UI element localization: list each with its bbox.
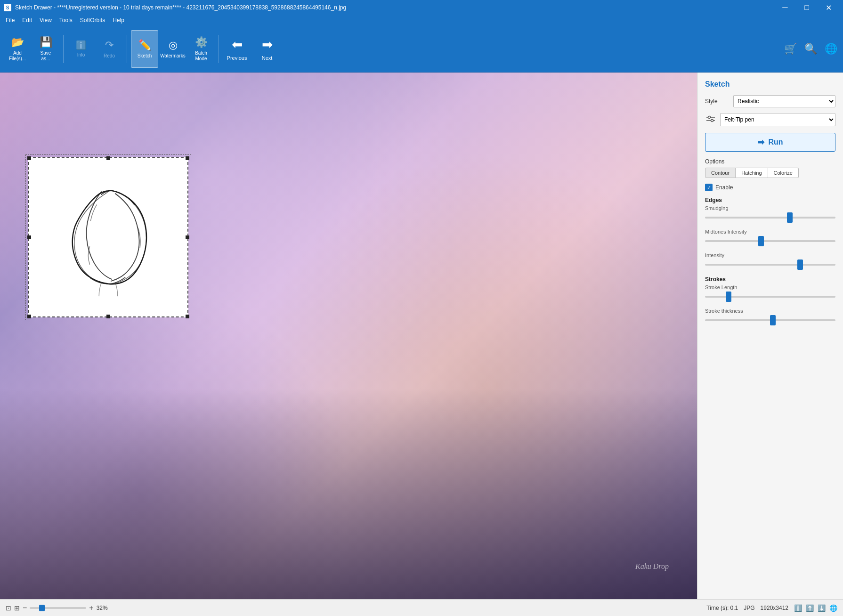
add-file-button[interactable]: 📂 AddFile(s)... [4,30,31,68]
download-status-icon[interactable]: ⬇️ [818,604,826,612]
zoom-value: 32% [97,605,108,611]
menu-tools[interactable]: Tools [56,16,76,24]
zoom-thumb[interactable] [39,605,45,611]
smudging-slider-container: Smudging [705,205,835,222]
canvas-area[interactable]: Kaku Drop [0,73,697,599]
share-status-icon[interactable]: ⬆️ [806,604,814,612]
zoom-plus-button[interactable]: + [89,604,93,612]
batch-mode-icon: ⚙️ [195,36,208,49]
watermarks-icon: ◎ [169,39,178,51]
redo-label: Redo [104,53,115,59]
smudging-slider[interactable] [705,213,835,222]
style-row: Style Realistic Cartoon Pencil [705,95,835,107]
stroke-length-thumb[interactable] [726,292,731,302]
save-as-button[interactable]: 💾 Saveas... [32,30,59,68]
options-label: Options [705,158,835,165]
presets-icon [705,114,716,125]
canvas-watermark: Kaku Drop [635,562,669,571]
presets-select[interactable]: Felt-Tip pen Pencil Sketch Charcoal [720,113,835,126]
intensity-slider-container: Intensity [705,252,835,269]
watermarks-button[interactable]: ◎ Watermarks [159,30,186,68]
handle-bottom-center[interactable] [106,315,110,318]
handle-top-center[interactable] [106,156,110,160]
cart-icon[interactable]: 🛒 [782,41,799,57]
toolbar: 📂 AddFile(s)... 💾 Saveas... ℹ️ Info ↷ Re… [0,25,843,73]
title-bar: S Sketch Drawer - ****Unregistered versi… [0,0,843,15]
toolbar-separator-3 [219,35,219,63]
previous-button[interactable]: ⬅ Previous [223,30,251,68]
handle-bottom-right[interactable] [186,315,189,318]
status-left: ⊡ ⊞ − + 32% [6,604,108,612]
presets-row: Felt-Tip pen Pencil Sketch Charcoal [705,113,835,126]
enable-label: Enable [715,184,733,191]
stroke-thickness-slider[interactable] [705,316,835,325]
intensity-slider[interactable] [705,260,835,269]
right-panel: Sketch Style Realistic Cartoon Pencil [697,73,843,599]
settings-status-icon[interactable]: 🌐 [829,604,837,612]
smudging-thumb[interactable] [787,212,793,223]
sketch-result[interactable] [28,157,188,317]
minimize-button[interactable]: ─ [774,0,796,15]
info-button[interactable]: ℹ️ Info [67,30,95,68]
intensity-label: Intensity [705,252,835,258]
status-bar: ⊡ ⊞ − + 32% Time (s): 0.1 JPG 1920x3412 … [0,599,843,616]
handle-top-left[interactable] [27,156,31,160]
maximize-button[interactable]: □ [796,0,818,15]
tab-colorize[interactable]: Colorize [768,168,799,178]
next-button[interactable]: ➡ Next [253,30,281,68]
batch-mode-button[interactable]: ⚙️ BatchMode [187,30,215,68]
options-tabs: Contour Hatching Colorize [705,168,835,178]
stroke-length-slider[interactable] [705,292,835,301]
midtones-slider[interactable] [705,236,835,246]
add-file-label: AddFile(s)... [9,50,26,62]
title-bar-left: S Sketch Drawer - ****Unregistered versi… [4,4,346,11]
midtones-label: Midtones Intensity [705,229,835,235]
batch-mode-label: BatchMode [195,50,207,62]
menu-edit[interactable]: Edit [18,16,36,24]
title-text: Sketch Drawer - ****Unregistered version… [15,4,346,11]
zoom-minus-button[interactable]: − [23,604,27,612]
svg-point-1 [708,116,711,119]
menu-help[interactable]: Help [109,16,128,24]
zoom-track[interactable] [30,607,86,609]
toolbar-right: 🛒 🔍 🌐 [782,41,839,57]
options-section: Options Contour Hatching Colorize [705,158,835,178]
midtones-thumb[interactable] [758,236,764,246]
tab-contour[interactable]: Contour [705,168,736,178]
menu-file[interactable]: File [2,16,18,24]
next-label: Next [262,55,273,61]
run-arrow-icon: ➡ [757,137,764,147]
enable-checkbox-row: Enable [705,184,835,191]
menu-view[interactable]: View [36,16,56,24]
stroke-thickness-thumb[interactable] [770,315,776,325]
globe-icon[interactable]: 🌐 [823,41,839,57]
redo-button[interactable]: ↷ Redo [96,30,123,68]
add-file-icon: 📂 [11,36,24,49]
tab-hatching[interactable]: Hatching [736,168,768,178]
info-status-icon[interactable]: ℹ️ [794,604,802,612]
time-label: Time (s): [706,605,729,611]
next-icon: ➡ [262,37,273,52]
handle-middle-right[interactable] [186,235,189,239]
menu-bar: File Edit View Tools SoftOrbits Help [0,15,843,25]
enable-checkbox[interactable] [705,184,713,191]
style-select[interactable]: Realistic Cartoon Pencil [733,95,835,107]
handle-top-right[interactable] [186,156,189,160]
style-label: Style [705,98,729,105]
intensity-thumb[interactable] [797,259,803,270]
zoom-window-icon[interactable]: ⊞ [14,604,20,612]
search-icon[interactable]: 🔍 [802,41,819,57]
main-layout: Kaku Drop Sketch Style Realistic Cartoon… [0,73,843,599]
zoom-fit-icon[interactable]: ⊡ [6,604,11,612]
close-button[interactable]: ✕ [818,0,839,15]
menu-softorbits[interactable]: SoftOrbits [76,16,109,24]
sketch-button[interactable]: ✏️ Sketch [131,30,158,68]
save-as-label: Saveas... [41,50,51,62]
run-button[interactable]: ➡ Run [705,133,835,152]
run-label: Run [768,138,783,146]
handle-middle-left[interactable] [27,235,31,239]
stroke-thickness-label: Stroke thickness [705,308,835,314]
handle-bottom-left[interactable] [27,315,31,318]
strokes-section-header: Strokes [705,276,835,283]
sketch-label: Sketch [138,53,152,59]
